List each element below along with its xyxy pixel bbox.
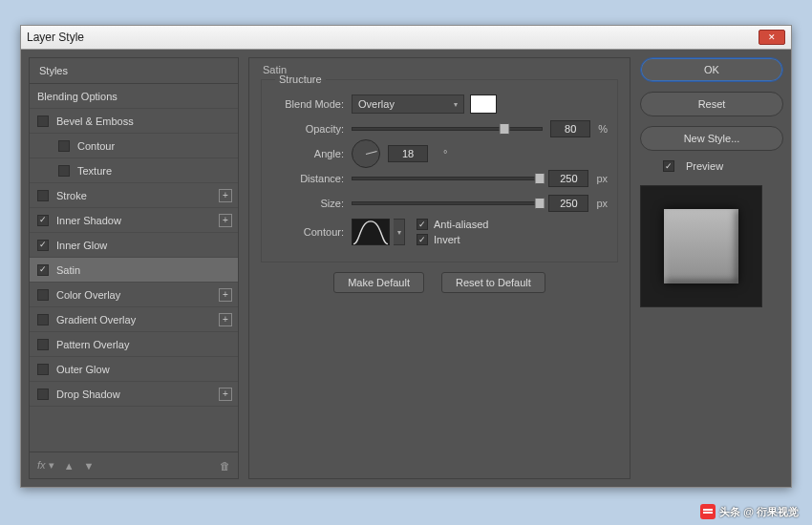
- sidebar-item-contour[interactable]: Contour: [30, 134, 238, 158]
- sidebar-item-label: Satin: [56, 264, 80, 276]
- sidebar-item-stroke[interactable]: Stroke +: [30, 183, 238, 208]
- sidebar-item-label: Gradient Overlay: [56, 314, 136, 326]
- sidebar-item-label: Inner Glow: [56, 240, 107, 251]
- blend-mode-value: Overlay: [358, 98, 395, 110]
- add-instance-icon[interactable]: +: [219, 313, 232, 326]
- settings-panel: Satin Structure Blend Mode: Overlay ▾ Op…: [248, 57, 630, 479]
- arrow-up-icon[interactable]: ▲: [64, 460, 75, 472]
- checkbox[interactable]: [37, 240, 49, 251]
- checkbox[interactable]: [58, 165, 70, 177]
- add-instance-icon[interactable]: +: [219, 189, 232, 202]
- sidebar-item-label: Texture: [77, 165, 112, 177]
- invert-checkbox[interactable]: Invert: [417, 234, 488, 245]
- checkbox[interactable]: [37, 388, 49, 400]
- sidebar-item-label: Inner Shadow: [56, 215, 121, 226]
- sidebar-item-label: Stroke: [56, 190, 87, 201]
- checkbox[interactable]: [37, 339, 49, 350]
- layer-style-dialog: Layer Style ✕ Styles Blending Options Be…: [20, 25, 792, 488]
- sidebar-item-bevel-emboss[interactable]: Bevel & Emboss: [30, 109, 238, 134]
- anti-aliased-checkbox[interactable]: Anti-aliased: [417, 219, 488, 230]
- action-column: OK Reset New Style... Preview: [640, 57, 783, 479]
- label-blend-mode: Blend Mode:: [271, 98, 352, 110]
- preview-thumbnail: [640, 185, 762, 307]
- contour-picker[interactable]: [352, 219, 390, 245]
- fx-menu-button[interactable]: fx ▾: [37, 459, 54, 472]
- sidebar-item-outer-glow[interactable]: Outer Glow: [30, 357, 238, 382]
- reset-button[interactable]: Reset: [640, 92, 783, 116]
- arrow-down-icon[interactable]: ▼: [84, 460, 95, 472]
- add-instance-icon[interactable]: +: [219, 388, 232, 401]
- blend-mode-select[interactable]: Overlay ▾: [352, 94, 464, 114]
- checkbox[interactable]: [37, 364, 49, 375]
- preview-checkbox[interactable]: [663, 160, 674, 172]
- sidebar-item-label: Pattern Overlay: [56, 339, 129, 350]
- contour-dropdown[interactable]: ▾: [394, 219, 405, 245]
- group-title: Structure: [275, 74, 326, 85]
- opacity-input[interactable]: 80: [550, 120, 590, 137]
- checkbox[interactable]: [58, 140, 70, 152]
- unit: °: [443, 148, 447, 159]
- label-contour: Contour:: [271, 226, 352, 238]
- sidebar-item-label: Color Overlay: [56, 289, 120, 301]
- color-swatch[interactable]: [470, 94, 497, 114]
- opacity-slider[interactable]: [352, 127, 543, 131]
- checkbox-label: Invert: [434, 234, 460, 245]
- sidebar-footer: fx ▾ ▲ ▼ 🗑: [30, 452, 238, 478]
- label-opacity: Opacity:: [271, 123, 352, 135]
- sidebar-item-label: Drop Shadow: [56, 388, 120, 400]
- chevron-down-icon: ▾: [454, 100, 458, 109]
- size-slider[interactable]: [352, 201, 541, 205]
- preview-label: Preview: [686, 160, 723, 172]
- sidebar-item-label: Contour: [77, 140, 115, 152]
- reset-to-default-button[interactable]: Reset to Default: [441, 272, 545, 293]
- checkbox[interactable]: [37, 190, 49, 201]
- size-input[interactable]: 250: [548, 195, 588, 212]
- effects-sidebar: Styles Blending Options Bevel & Emboss C…: [29, 57, 239, 479]
- sidebar-item-color-overlay[interactable]: Color Overlay +: [30, 283, 238, 307]
- angle-dial[interactable]: [352, 139, 380, 168]
- unit: px: [596, 173, 608, 184]
- sidebar-item-label: Outer Glow: [56, 364, 110, 375]
- add-instance-icon[interactable]: +: [219, 288, 232, 302]
- sidebar-item-satin[interactable]: Satin: [30, 258, 238, 283]
- titlebar[interactable]: Layer Style ✕: [21, 26, 791, 50]
- sidebar-item-gradient-overlay[interactable]: Gradient Overlay +: [30, 307, 238, 332]
- close-button[interactable]: ✕: [759, 30, 785, 45]
- dialog-title: Layer Style: [27, 31, 84, 44]
- sidebar-item-texture[interactable]: Texture: [30, 158, 238, 183]
- checkbox[interactable]: [37, 314, 49, 326]
- unit: %: [598, 123, 608, 135]
- sidebar-item-inner-shadow[interactable]: Inner Shadow +: [30, 208, 238, 233]
- checkbox[interactable]: [37, 289, 49, 301]
- label-size: Size:: [271, 198, 352, 209]
- sidebar-item-label: Blending Options: [37, 91, 118, 102]
- sidebar-item-inner-glow[interactable]: Inner Glow: [30, 233, 238, 258]
- make-default-button[interactable]: Make Default: [333, 272, 424, 293]
- checkbox[interactable]: [37, 264, 49, 276]
- add-instance-icon[interactable]: +: [219, 214, 232, 227]
- label-distance: Distance:: [271, 173, 352, 184]
- checkbox-label: Anti-aliased: [434, 219, 488, 230]
- checkbox[interactable]: [37, 215, 49, 226]
- new-style-button[interactable]: New Style...: [640, 126, 783, 151]
- angle-input[interactable]: 18: [388, 145, 428, 162]
- sidebar-item-label: Bevel & Emboss: [56, 116, 134, 127]
- label-angle: Angle:: [271, 148, 352, 159]
- sidebar-item-pattern-overlay[interactable]: Pattern Overlay: [30, 332, 238, 357]
- sidebar-item-drop-shadow[interactable]: Drop Shadow +: [30, 382, 238, 407]
- checkbox[interactable]: [37, 116, 49, 127]
- unit: px: [596, 198, 608, 209]
- watermark-icon: [700, 504, 716, 519]
- sidebar-header-styles[interactable]: Styles: [30, 58, 238, 84]
- checkbox-icon: [417, 234, 428, 245]
- distance-input[interactable]: 250: [548, 170, 588, 187]
- trash-icon[interactable]: 🗑: [220, 460, 230, 472]
- checkbox-icon: [417, 219, 428, 230]
- ok-button[interactable]: OK: [640, 57, 783, 82]
- sidebar-item-blending-options[interactable]: Blending Options: [30, 84, 238, 109]
- distance-slider[interactable]: [352, 177, 541, 180]
- watermark: 头条 @ 衍果视觉: [700, 503, 799, 519]
